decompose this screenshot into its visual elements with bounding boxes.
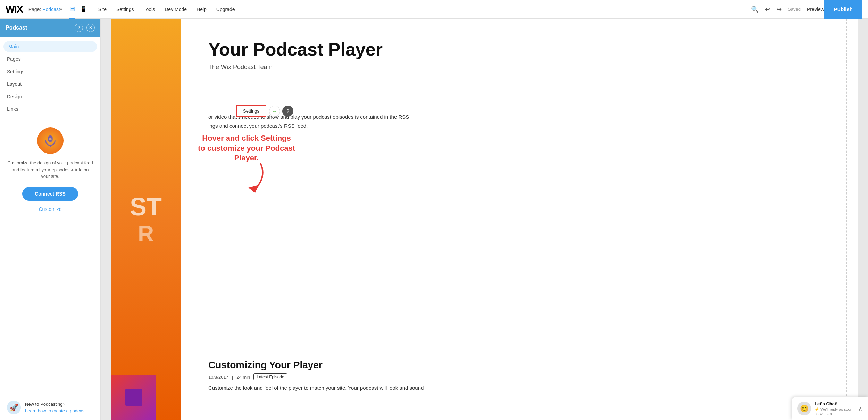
mobile-icon[interactable]: 📱 [80, 6, 87, 13]
search-icon[interactable]: 🔍 [751, 6, 759, 13]
top-navigation: WiX Page: Podcast ▾ 🖥 📱 Site Settings To… [0, 0, 868, 19]
panel-header: Podcast ? ✕ [0, 19, 100, 37]
sidebar-nav: Main Pages Settings Layout Design Links [0, 37, 100, 119]
banner-text-r: R [138, 221, 154, 247]
svg-point-3 [49, 138, 52, 140]
annotation-wrap: Hover and click Settings to customize yo… [198, 133, 295, 196]
panel-description: Customize the design of your podcast fee… [7, 159, 93, 180]
saved-status: Saved [788, 7, 801, 12]
customizing-body: Customize the look and feel of the playe… [208, 384, 840, 392]
connect-rss-button[interactable]: Connect RSS [22, 187, 78, 201]
body-text-section: or video that's needed to show and play … [208, 113, 840, 130]
chat-widget[interactable]: 😊 Let's Chat! ⚡ We'll reply as soon as w… [792, 397, 868, 420]
hero-title: Your Podcast Player [208, 40, 830, 59]
main-layout: Podcast ? ✕ Main Pages Settings Layout D… [0, 19, 868, 420]
menu-site[interactable]: Site [98, 7, 107, 12]
footer-text-group: New to Podcasting? Learn how to create a… [25, 401, 87, 414]
expand-icon[interactable]: ↔ [269, 106, 280, 117]
footer-heading: New to Podcasting? [25, 401, 87, 407]
menu-upgrade[interactable]: Upgrade [216, 7, 235, 12]
panel-close-icon[interactable]: ✕ [86, 24, 95, 32]
episode-thumbnail [111, 375, 156, 420]
canvas-area: ST R Your Podcast Player The Wix Podcast… [101, 19, 868, 420]
latest-episode-badge: Latest Episode [253, 373, 287, 380]
menu-settings[interactable]: Settings [116, 7, 134, 12]
annotation-text: Hover and click Settings to customize yo… [198, 133, 295, 163]
panel-footer: 🚀 New to Podcasting? Learn how to create… [0, 395, 100, 420]
menu-devmode[interactable]: Dev Mode [165, 7, 187, 12]
annotation-arrow [233, 160, 274, 195]
episode-duration: 24 min [236, 374, 250, 380]
episode-date: 10/8/2017 [208, 374, 228, 380]
customizing-section: Customizing Your Player 10/8/2017 | 24 m… [208, 360, 840, 392]
device-toggle-group: 🖥 📱 [69, 6, 87, 13]
chat-sub: ⚡ We'll reply as soon as we can [815, 407, 855, 416]
chat-expand-icon[interactable]: ∧ [858, 405, 862, 412]
body-text-line1: or video that's needed to show and play … [208, 113, 840, 122]
microphone-icon [44, 134, 57, 147]
customize-link[interactable]: Customize [39, 206, 61, 212]
publish-button[interactable]: Publish [824, 0, 862, 19]
page-name[interactable]: Podcast [42, 7, 60, 12]
podcast-icon [37, 127, 64, 154]
menu-tools[interactable]: Tools [144, 7, 155, 12]
desktop-icon[interactable]: 🖥 [69, 6, 75, 13]
hero-subtitle: The Wix Podcast Team [208, 64, 830, 71]
chat-text: Let's Chat! ⚡ We'll reply as soon as we … [815, 401, 855, 416]
panel-help-icon[interactable]: ? [75, 24, 83, 32]
sidebar-item-pages[interactable]: Pages [0, 53, 100, 65]
page-dropdown-arrow[interactable]: ▾ [60, 7, 62, 12]
customizing-title: Customizing Your Player [208, 360, 840, 371]
sidebar-item-layout[interactable]: Layout [0, 78, 100, 90]
page-label: Page: [28, 7, 41, 12]
tooltip-help-icon[interactable]: ? [282, 106, 293, 117]
settings-button[interactable]: Settings [236, 105, 266, 117]
rocket-icon: 🚀 [7, 401, 21, 414]
menu-help[interactable]: Help [197, 7, 207, 12]
sidebar-item-design[interactable]: Design [0, 90, 100, 103]
page-content: Your Podcast Player The Wix Podcast Team [111, 19, 858, 99]
sidebar-item-links[interactable]: Links [0, 103, 100, 115]
redo-icon[interactable]: ↪ [776, 6, 782, 13]
sidebar-panel: Podcast ? ✕ Main Pages Settings Layout D… [0, 19, 101, 420]
canvas-inner: ST R Your Podcast Player The Wix Podcast… [111, 19, 858, 420]
guide-left [174, 19, 174, 420]
panel-header-icons: ? ✕ [75, 24, 95, 32]
body-text-line2: ings and connect your podcast's RSS feed… [208, 122, 840, 131]
footer-link[interactable]: Learn how to create a podcast. [25, 408, 87, 413]
panel-title: Podcast [6, 25, 27, 31]
settings-tooltip: Settings ↔ ? [236, 105, 293, 117]
thumb-inner [125, 389, 142, 406]
wix-logo: WiX [6, 4, 23, 15]
guide-right [846, 19, 847, 420]
sidebar-item-settings[interactable]: Settings [0, 65, 100, 78]
nav-actions: 🔍 ↩ ↪ Saved Preview [751, 6, 824, 13]
undo-icon[interactable]: ↩ [765, 6, 770, 13]
main-menu: Site Settings Tools Dev Mode Help Upgrad… [98, 7, 751, 12]
episode-meta: 10/8/2017 | 24 min Latest Episode [208, 373, 840, 380]
chat-title: Let's Chat! [815, 401, 855, 406]
preview-button[interactable]: Preview [807, 7, 824, 12]
sidebar-item-main[interactable]: Main [3, 41, 97, 52]
banner-text-st: ST [130, 192, 162, 221]
panel-content: Customize the design of your podcast fee… [0, 119, 100, 395]
chat-avatar: 😊 [797, 402, 811, 415]
